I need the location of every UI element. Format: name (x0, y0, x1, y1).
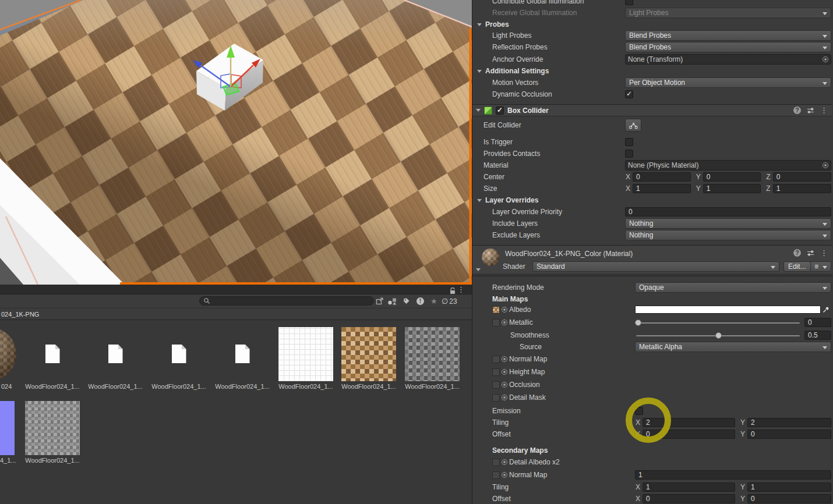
albedo-color-swatch[interactable] (635, 306, 821, 314)
dynamic-occlusion-checkbox[interactable]: ✓ (625, 90, 633, 98)
object-picker-icon[interactable] (502, 395, 507, 400)
open-search-window-icon[interactable] (376, 296, 384, 306)
favorites-star-icon[interactable]: ★ (430, 296, 437, 306)
search-by-type-icon[interactable] (387, 296, 397, 306)
search-box[interactable] (199, 296, 374, 306)
smoothness-source-dropdown[interactable]: Metallic Alpha (635, 342, 831, 352)
motion-vectors-dropdown[interactable]: Per Object Motion (625, 77, 831, 88)
secondary-normal-scale-field[interactable]: 1 (635, 470, 831, 480)
is-trigger-checkbox[interactable] (625, 138, 633, 146)
section-label: Additional Settings (485, 67, 549, 75)
object-picker-icon[interactable] (502, 472, 507, 478)
gizmo-z-arrowhead[interactable] (193, 60, 202, 68)
rendering-mode-dropdown[interactable]: Opaque (635, 282, 831, 293)
tiling-y-field[interactable]: 2 (747, 418, 831, 427)
additional-settings-foldout[interactable]: Additional Settings (472, 67, 549, 75)
object-picker-icon[interactable] (823, 56, 828, 62)
secondary-offset-x-field[interactable]: 0 (643, 494, 735, 503)
asset-item-texture[interactable]: WoodFloor024_1... (278, 327, 333, 381)
object-picker-icon[interactable] (502, 459, 507, 465)
detail-albedo-thumbnail[interactable] (492, 459, 500, 466)
object-picker-icon[interactable] (502, 369, 507, 375)
receive-gi-dropdown[interactable]: Light Probes (625, 8, 831, 18)
alert-filter-icon[interactable]: ! (416, 296, 424, 306)
center-x-field[interactable]: 0 (633, 172, 691, 182)
offset-y-field[interactable]: 0 (747, 430, 831, 439)
eyedropper-icon[interactable] (821, 305, 831, 314)
material-menu-kebab-icon[interactable]: ⋮ (820, 249, 828, 257)
slider-knob[interactable] (635, 320, 641, 326)
exclude-layers-dropdown[interactable]: Nothing (625, 230, 831, 240)
asset-item-texture[interactable]: WoodFloor024_1... (405, 327, 460, 381)
smoothness-slider[interactable] (635, 331, 801, 340)
layer-overrides-row: Layer Overrides (472, 194, 832, 206)
secondary-tiling-x-field[interactable]: 1 (643, 482, 735, 492)
asset-item-texture[interactable]: 4_1... (0, 401, 16, 455)
detail-mask-thumbnail[interactable] (492, 394, 500, 402)
asset-item-doc[interactable]: WoodFloor024_1... (151, 327, 206, 381)
component-enabled-checkbox[interactable]: ✓ (496, 107, 504, 115)
asset-item-texture[interactable]: WoodFloor024_1... (25, 401, 80, 455)
box-collider-header[interactable]: ✓ Box Collider ? ⋮ (472, 104, 832, 116)
center-z-field[interactable]: 0 (773, 172, 831, 182)
object-picker-icon[interactable] (502, 307, 507, 313)
center-y-field[interactable]: 0 (703, 172, 761, 182)
panel-menu-kebab-icon[interactable]: ⋮ (457, 285, 465, 294)
physic-material-object-field[interactable]: None (Physic Material) (625, 160, 831, 171)
is-trigger-row: Is Trigger (472, 136, 832, 148)
presets-icon[interactable] (807, 107, 814, 114)
shader-edit-button[interactable]: Edit... (783, 261, 811, 272)
dynamic-occlusion-row: Dynamic Occlusion ✓ (472, 88, 832, 100)
occlusion-thumbnail[interactable] (492, 381, 500, 389)
asset-item-doc[interactable]: WoodFloor024_1... (215, 327, 270, 381)
component-menu-kebab-icon[interactable]: ⋮ (820, 106, 828, 115)
asset-item-material[interactable]: 024 (0, 327, 16, 381)
object-picker-icon[interactable] (502, 382, 507, 388)
normal-map-row: Normal Map (472, 353, 832, 365)
metallic-texture-thumbnail[interactable] (492, 319, 500, 326)
presets-icon[interactable] (807, 250, 814, 257)
size-z-field[interactable]: 1 (773, 184, 831, 193)
asset-item-doc[interactable]: WoodFloor024_1... (25, 327, 80, 381)
normal-map-thumbnail[interactable] (492, 356, 500, 363)
contribute-gi-checkbox[interactable] (625, 0, 633, 5)
slider-knob[interactable] (715, 332, 722, 339)
layer-overrides-foldout[interactable]: Layer Overrides (472, 196, 538, 204)
material-list-menu-button[interactable]: ≡ (810, 261, 831, 272)
secondary-normal-thumbnail[interactable] (492, 471, 500, 479)
secondary-tiling-y-field[interactable]: 1 (747, 482, 831, 492)
reflection-probes-dropdown[interactable]: Blend Probes (625, 42, 831, 52)
secondary-offset-y-field[interactable]: 0 (747, 494, 831, 503)
size-x-field[interactable]: 1 (633, 184, 691, 193)
probes-foldout[interactable]: Probes (472, 20, 509, 29)
object-picker-icon[interactable] (502, 356, 507, 362)
light-probes-dropdown[interactable]: Blend Probes (625, 30, 831, 41)
shader-dropdown[interactable]: Standard (532, 261, 779, 272)
metallic-value-field[interactable]: 0 (804, 318, 831, 327)
metallic-slider[interactable] (635, 318, 801, 327)
component-foldout-arrow-icon[interactable] (476, 109, 481, 112)
search-input[interactable] (213, 297, 370, 304)
provides-contacts-checkbox[interactable] (625, 150, 633, 158)
smoothness-value-field[interactable]: 0.5 (804, 331, 831, 340)
foldout-arrow-icon (477, 70, 482, 73)
edit-collider-button[interactable] (625, 119, 641, 132)
material-preview-sphere[interactable] (482, 249, 499, 266)
anchor-override-object-field[interactable]: None (Transform) (625, 54, 831, 65)
object-picker-icon[interactable] (502, 320, 507, 325)
help-icon[interactable]: ? (793, 107, 801, 114)
object-picker-icon[interactable] (823, 162, 828, 168)
material-foldout-arrow-icon[interactable] (476, 268, 481, 271)
size-y-field[interactable]: 1 (703, 184, 761, 193)
help-icon[interactable]: ? (793, 249, 801, 257)
hidden-items-toggle[interactable]: ∅ 23 (442, 296, 457, 306)
priority-field[interactable]: 0 (625, 207, 831, 216)
breadcrumb-folder[interactable]: 024_1K-PNG (1, 311, 39, 318)
scene-view[interactable] (0, 0, 472, 285)
albedo-texture-thumbnail[interactable] (492, 306, 500, 314)
height-map-thumbnail[interactable] (492, 368, 500, 376)
asset-item-texture[interactable]: WoodFloor024_1... (341, 327, 396, 381)
include-layers-dropdown[interactable]: Nothing (625, 218, 831, 229)
search-by-label-icon[interactable] (403, 296, 410, 306)
asset-item-doc[interactable]: WoodFloor024_1... (88, 327, 143, 381)
